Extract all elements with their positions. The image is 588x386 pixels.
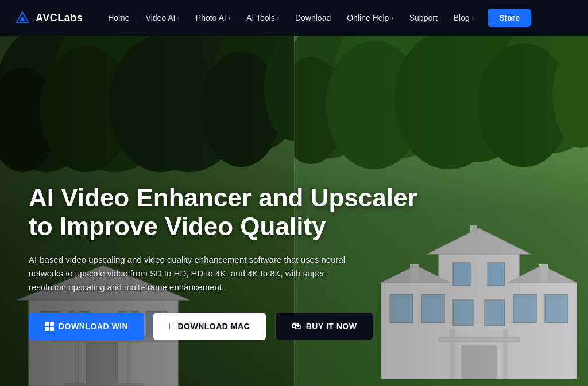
download-mac-button[interactable]:  DOWNLOAD MAC	[153, 313, 266, 340]
hero-description: AI-based video upscaling and video quali…	[29, 253, 362, 294]
hero-content: AI Video Enhancer and Upscaler to Improv…	[29, 184, 417, 340]
nav-home[interactable]: Home	[101, 9, 136, 27]
windows-icon	[45, 322, 54, 331]
nav-support[interactable]: Support	[403, 9, 444, 27]
nav-links: Home Video AI › Photo AI › AI Tools › Do…	[101, 9, 574, 27]
logo[interactable]: AVCLabs	[14, 9, 83, 26]
download-win-button[interactable]: DOWNLOAD WIN	[29, 313, 144, 340]
hero-buttons: DOWNLOAD WIN  DOWNLOAD MAC 🛍 BUY IT NOW	[29, 313, 417, 340]
store-button[interactable]: Store	[488, 9, 531, 27]
chevron-icon: ›	[391, 15, 393, 21]
shopping-bag-icon: 🛍	[292, 321, 301, 332]
hero-section: AI Video Enhancer and Upscaler to Improv…	[0, 36, 588, 386]
nav-ai-tools[interactable]: AI Tools ›	[239, 9, 286, 27]
chevron-icon: ›	[177, 15, 179, 21]
navbar: AVCLabs Home Video AI › Photo AI › AI To…	[0, 0, 588, 36]
chevron-icon: ›	[229, 15, 230, 21]
nav-online-help[interactable]: Online Help ›	[340, 9, 400, 27]
chevron-icon: ›	[277, 15, 279, 21]
buy-now-button[interactable]: 🛍 BUY IT NOW	[275, 313, 373, 340]
brand-name: AVCLabs	[36, 12, 83, 24]
nav-blog[interactable]: Blog ›	[447, 9, 481, 27]
hero-title: AI Video Enhancer and Upscaler to Improv…	[29, 184, 417, 241]
nav-video-ai[interactable]: Video AI ›	[139, 9, 187, 27]
apple-icon: 	[169, 321, 173, 332]
nav-photo-ai[interactable]: Photo AI ›	[189, 9, 237, 27]
nav-download[interactable]: Download	[288, 9, 338, 27]
chevron-icon: ›	[472, 15, 474, 21]
